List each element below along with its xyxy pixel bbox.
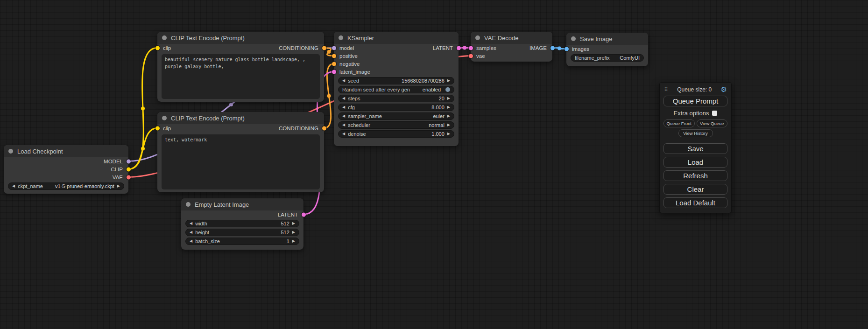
collapse-dot-icon[interactable]: [571, 36, 576, 41]
node-title-bar[interactable]: VAE Decode: [471, 32, 552, 44]
queue-front-button[interactable]: Queue Front: [663, 119, 695, 127]
drag-handle-icon[interactable]: ⠿: [664, 86, 668, 93]
node-title-bar[interactable]: CLIP Text Encode (Prompt): [157, 112, 324, 124]
slot-label-clip: clip: [163, 126, 171, 131]
settings-gear-icon[interactable]: ⚙: [721, 86, 727, 93]
widget-steps[interactable]: ◀ steps 20 ▶: [338, 95, 454, 102]
decrement-arrow-icon[interactable]: ◀: [342, 97, 345, 100]
extra-options-row: Extra options: [663, 110, 727, 117]
output-port-clip[interactable]: [127, 167, 131, 171]
widget-cfg[interactable]: ◀ cfg 8.000 ▶: [338, 104, 454, 111]
node-vae-decode[interactable]: VAE Decode samples IMAGE vae: [471, 32, 552, 62]
load-default-button[interactable]: Load Default: [663, 197, 727, 208]
increment-arrow-icon[interactable]: ▶: [447, 79, 450, 83]
widget-value: 8.000: [431, 105, 445, 110]
decrement-arrow-icon[interactable]: ◀: [342, 132, 345, 136]
widget-random-seed-toggle[interactable]: Random seed after every gen enabled: [338, 86, 454, 93]
node-clip-text-encode-negative[interactable]: CLIP Text Encode (Prompt) clip CONDITION…: [157, 112, 324, 192]
increment-arrow-icon[interactable]: ▶: [447, 114, 450, 118]
widget-height[interactable]: ◀ height 512 ▶: [185, 229, 299, 236]
output-port-latent[interactable]: [302, 212, 306, 217]
collapse-dot-icon[interactable]: [162, 35, 167, 40]
input-port-images[interactable]: [565, 47, 569, 51]
slot-label-negative: negative: [339, 61, 360, 67]
queue-prompt-button[interactable]: Queue Prompt: [663, 96, 727, 106]
node-title-bar[interactable]: Empty Latent Image: [181, 198, 303, 210]
input-port-positive[interactable]: [332, 54, 336, 58]
input-port-negative[interactable]: [332, 62, 336, 66]
output-slot-row: LATENT: [181, 210, 303, 218]
widget-value: 156680208700286: [402, 78, 445, 84]
input-port-model[interactable]: [332, 46, 336, 50]
node-load-checkpoint[interactable]: Load Checkpoint MODEL CLIP VAE ◀ ckpt_na…: [4, 145, 128, 194]
widget-scheduler[interactable]: ◀ scheduler normal ▶: [338, 121, 454, 129]
widget-ckpt-name[interactable]: ◀ ckpt_name v1-5-pruned-emaonly.ckpt ▶: [8, 182, 124, 190]
widget-width[interactable]: ◀ width 512 ▶: [185, 220, 299, 227]
node-clip-text-encode-positive[interactable]: CLIP Text Encode (Prompt) clip CONDITION…: [157, 32, 324, 102]
output-port-vae[interactable]: [127, 175, 131, 179]
increment-arrow-icon[interactable]: ▶: [292, 231, 295, 234]
output-port-latent[interactable]: [457, 46, 461, 50]
node-graph-canvas[interactable]: Load Checkpoint MODEL CLIP VAE ◀ ckpt_na…: [0, 0, 868, 329]
load-button[interactable]: Load: [663, 157, 727, 168]
collapse-dot-icon[interactable]: [8, 149, 13, 154]
collapse-dot-icon[interactable]: [186, 202, 191, 207]
save-button[interactable]: Save: [663, 143, 727, 154]
view-queue-button[interactable]: View Queue: [697, 119, 728, 127]
increment-arrow-icon[interactable]: ▶: [292, 222, 295, 225]
input-port-samples[interactable]: [469, 46, 473, 50]
toggle-knob-icon[interactable]: [445, 87, 450, 92]
increment-arrow-icon[interactable]: ▶: [447, 105, 450, 109]
decrement-arrow-icon[interactable]: ◀: [342, 79, 345, 83]
node-empty-latent-image[interactable]: Empty Latent Image LATENT ◀ width 512 ▶ …: [181, 198, 303, 250]
widget-sampler-name[interactable]: ◀ sampler_name euler ▶: [338, 112, 454, 120]
widget-filename-prefix[interactable]: filename_prefix ComfyUI: [571, 54, 644, 62]
input-port-latent-image[interactable]: [332, 70, 336, 74]
node-title-bar[interactable]: Load Checkpoint: [4, 145, 128, 157]
increment-arrow-icon[interactable]: ▶: [447, 97, 450, 100]
output-port-conditioning[interactable]: [322, 46, 326, 50]
node-title-bar[interactable]: CLIP Text Encode (Prompt): [157, 32, 324, 44]
widget-label: filename_prefix: [575, 55, 610, 61]
node-title-bar[interactable]: Save Image: [566, 33, 648, 45]
input-port-clip[interactable]: [155, 46, 160, 50]
clear-button[interactable]: Clear: [663, 184, 727, 195]
view-history-button[interactable]: View History: [678, 129, 713, 137]
slot-label-clip: clip: [163, 45, 171, 51]
decrement-arrow-icon[interactable]: ◀: [342, 114, 345, 118]
decrement-arrow-icon[interactable]: ◀: [190, 239, 192, 243]
increment-arrow-icon[interactable]: ▶: [447, 123, 450, 127]
collapse-dot-icon[interactable]: [475, 35, 480, 40]
node-save-image[interactable]: Save Image images filename_prefix ComfyU…: [566, 33, 648, 66]
prompt-textarea[interactable]: beautiful scenery nature glass bottle la…: [162, 54, 320, 99]
slot-row: model LATENT: [334, 44, 459, 52]
input-port-vae[interactable]: [469, 54, 473, 58]
output-port-image[interactable]: [550, 46, 555, 50]
widget-value: 512: [281, 230, 289, 235]
output-port-model[interactable]: [127, 159, 131, 163]
decrement-arrow-icon[interactable]: ◀: [190, 231, 192, 234]
collapse-dot-icon[interactable]: [162, 116, 167, 120]
slot-label-vae: vae: [476, 53, 485, 59]
decrement-arrow-icon[interactable]: ◀: [190, 222, 192, 225]
widget-denoise[interactable]: ◀ denoise 1.000 ▶: [338, 130, 454, 138]
queue-panel: ⠿ Queue size: 0 ⚙ Queue Prompt Extra opt…: [659, 82, 732, 213]
output-port-conditioning[interactable]: [322, 126, 326, 130]
widget-seed[interactable]: ◀ seed 156680208700286 ▶: [338, 77, 454, 84]
decrement-arrow-icon[interactable]: ◀: [342, 105, 345, 109]
input-port-clip[interactable]: [155, 126, 160, 130]
increment-arrow-icon[interactable]: ▶: [447, 132, 450, 136]
slot-label-image: IMAGE: [529, 45, 547, 51]
increment-arrow-icon[interactable]: ▶: [292, 239, 295, 243]
decrement-arrow-icon[interactable]: ◀: [342, 123, 345, 127]
widget-batch-size[interactable]: ◀ batch_size 1 ▶: [185, 238, 299, 245]
prompt-textarea[interactable]: text, watermark: [162, 134, 320, 189]
node-ksampler[interactable]: KSampler model LATENT positive negative …: [334, 32, 459, 146]
refresh-button[interactable]: Refresh: [663, 170, 727, 181]
increment-arrow-icon[interactable]: ▶: [117, 184, 120, 188]
collapse-dot-icon[interactable]: [339, 35, 343, 40]
node-title-bar[interactable]: KSampler: [334, 32, 459, 44]
decrement-arrow-icon[interactable]: ◀: [12, 184, 15, 188]
queue-size-label: Queue size: 0: [668, 86, 721, 93]
extra-options-checkbox[interactable]: [712, 111, 717, 116]
